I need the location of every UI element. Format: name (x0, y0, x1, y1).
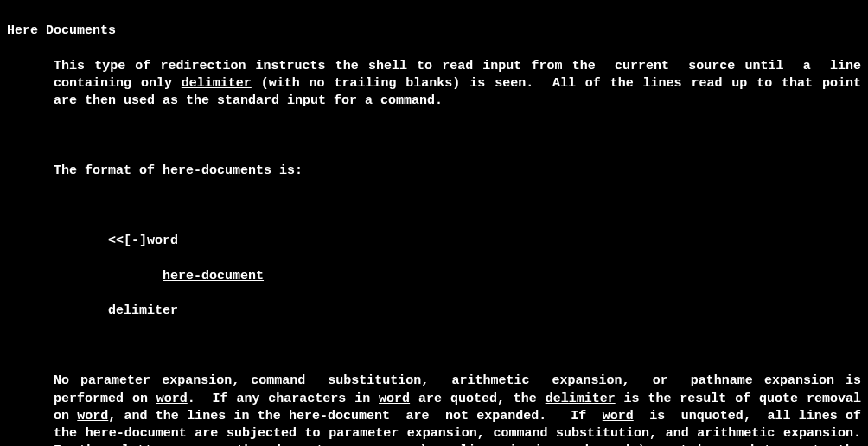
term-word: word (156, 392, 188, 406)
term-delimiter: delimiter (546, 392, 616, 406)
term-word: word (603, 409, 634, 424)
syntax-line-1: <<[-]word (7, 233, 861, 250)
syntax-line-2: here-document (7, 268, 861, 285)
blank-line (7, 338, 861, 355)
text: , and the lines in the here-document are… (108, 409, 602, 424)
text: . If any characters in (188, 392, 379, 406)
term-word: word (77, 409, 108, 424)
syntax-op: <<[-] (108, 233, 147, 248)
syntax-line-3: delimiter (7, 303, 861, 320)
syntax-word: word (147, 233, 178, 248)
text: are quoted, the (410, 392, 546, 406)
term-word: word (379, 392, 410, 406)
syntax-heredoc: here-document (163, 269, 264, 284)
blank-line (7, 128, 861, 145)
term-delimiter: delimiter (182, 76, 252, 91)
paragraph-format-lead: The format of here-documents is: (7, 162, 861, 180)
manpage-body: Here Documents This type of redirection … (0, 0, 868, 446)
syntax-delimiter: delimiter (108, 303, 178, 318)
blank-line (7, 198, 861, 215)
paragraph-intro: This type of redirection instructs the s… (7, 58, 861, 111)
section-heading: Here Documents (7, 22, 861, 40)
paragraph-expansion: No parameter expansion, command substitu… (7, 373, 861, 446)
